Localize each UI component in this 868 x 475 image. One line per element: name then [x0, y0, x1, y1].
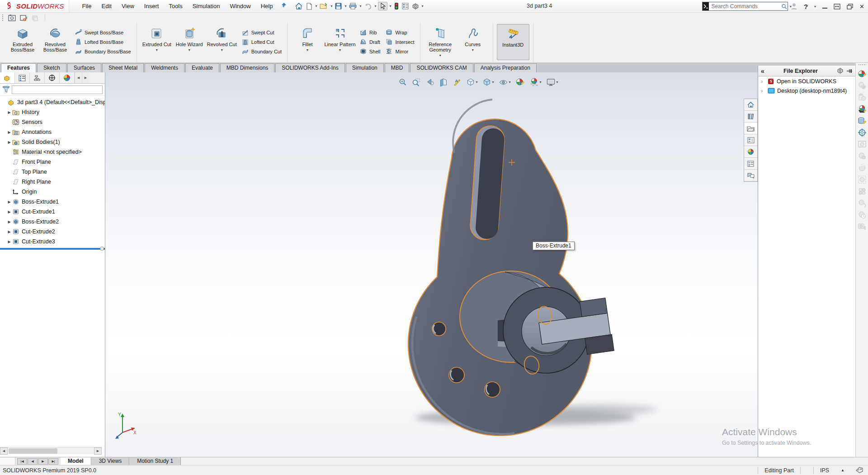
dropdown-caret-icon[interactable]: ▾	[189, 48, 190, 53]
tree-item-sensors[interactable]: Sensors	[0, 117, 105, 127]
instant3d-button[interactable]: Instant3D	[497, 24, 529, 60]
tab-solidworks-addins[interactable]: SOLIDWORKS Add-Ins	[275, 63, 344, 72]
search-input[interactable]	[711, 3, 781, 10]
dropdown-caret-icon[interactable]: ▾	[221, 48, 223, 53]
print-caret-icon[interactable]: ▾	[359, 4, 361, 8]
tab-evaluate[interactable]: Evaluate	[185, 63, 219, 72]
print-button[interactable]	[348, 2, 358, 10]
scroll-right-button[interactable]: ▶	[94, 447, 102, 455]
pane-options-gear-icon[interactable]	[837, 67, 844, 74]
expand-arrow-icon[interactable]: ▶	[6, 110, 12, 114]
tab-solidworks-cam[interactable]: SOLIDWORKS CAM	[410, 63, 473, 72]
tab-analysis-preparation[interactable]: Analysis Preparation	[474, 63, 537, 72]
tree-item-boss-extrude2[interactable]: ▶ Boss-Extrude2	[0, 217, 105, 227]
wrap-button[interactable]: Wrap	[384, 28, 416, 37]
reference-geometry-button[interactable]: Reference Geometry ▾	[424, 24, 457, 60]
extruded-boss-base-button[interactable]: Extruded Boss/Base	[6, 24, 39, 60]
tree-item-cut-extrude3[interactable]: ▶ Cut-Extrude3	[0, 237, 105, 247]
tree-item-right-plane[interactable]: Right Plane	[0, 177, 105, 187]
pin-pane-icon[interactable]	[846, 68, 853, 74]
model-tab[interactable]: Model	[60, 457, 91, 465]
expand-arrow-icon[interactable]: ▶	[6, 130, 12, 134]
menu-window[interactable]: Window	[225, 0, 255, 12]
tree-item-cut-extrude2[interactable]: ▶ Cut-Extrude2	[0, 227, 105, 237]
open-caret-icon[interactable]: ▾	[330, 4, 332, 8]
dropdown-caret-icon[interactable]: ▾	[339, 48, 341, 53]
solidworks-forum-tab[interactable]	[744, 170, 757, 181]
dropdown-caret-icon[interactable]: ▾	[307, 48, 308, 53]
status-tag-button[interactable]	[851, 467, 868, 474]
scrollbar-thumb[interactable]	[9, 448, 57, 454]
options-list-button[interactable]	[401, 2, 410, 10]
image-capture-button[interactable]	[7, 14, 17, 22]
undo-button[interactable]	[363, 2, 373, 10]
rib-button[interactable]: Rib	[358, 28, 382, 37]
undo-caret-icon[interactable]: ▾	[374, 4, 376, 8]
explorer-item-open-in-solidworks[interactable]: › Open in SOLIDWORKS	[758, 76, 855, 86]
next-tab-button[interactable]: ▶	[38, 458, 48, 465]
dropdown-caret-icon[interactable]: ▾	[156, 48, 158, 53]
draft-button[interactable]: Draft	[358, 37, 382, 47]
expand-arrow-icon[interactable]: ▶	[6, 230, 12, 234]
save-caret-icon[interactable]: ▾	[344, 4, 346, 8]
boundary-cut-button[interactable]: Boundary Cut	[240, 47, 283, 56]
dock-window-button[interactable]	[834, 4, 840, 10]
boundary-boss-base-button[interactable]: Boundary Boss/Base	[73, 47, 133, 56]
tree-item-solid-bodies[interactable]: ▶ Solid Bodies(1)	[0, 137, 105, 147]
units-caret-icon[interactable]: ▲	[841, 467, 844, 474]
appearances-scenes-tab[interactable]	[744, 146, 757, 158]
tab-sketch[interactable]: Sketch	[37, 63, 66, 72]
menu-file[interactable]: File	[77, 0, 97, 12]
tab-weldments[interactable]: Weldments	[145, 63, 184, 72]
display-manager-tab[interactable]	[60, 72, 75, 83]
graphics-viewport[interactable]: A ▾ ▾ ▾ ▾ ▾	[105, 72, 758, 457]
tree-item-annotations[interactable]: ▶ A Annotations	[0, 127, 105, 137]
scroll-left-button[interactable]: ◀	[0, 447, 8, 455]
swept-boss-base-button[interactable]: Swept Boss/Base	[73, 28, 133, 37]
help-button[interactable]: ?	[804, 3, 808, 10]
edit-scene-icon[interactable]	[857, 103, 868, 115]
explorer-item-desktop[interactable]: › Desktop (desktop-nm189t4)	[758, 86, 855, 95]
new-document-button[interactable]	[305, 2, 313, 11]
new-caret-icon[interactable]: ▾	[315, 4, 317, 8]
collapse-pane-button[interactable]: «	[761, 67, 764, 75]
units-selector[interactable]: IPS ▲	[813, 467, 851, 474]
intersect-button[interactable]: Intersect	[384, 37, 416, 47]
tree-item-cut-extrude1[interactable]: ▶ Cut-Extrude1	[0, 207, 105, 217]
tab-scroll-right[interactable]: ▶	[82, 72, 89, 83]
dropdown-caret-icon[interactable]: ▾	[472, 48, 474, 53]
tree-horizontal-scrollbar[interactable]: ◀ ▶	[0, 447, 102, 454]
menu-edit[interactable]: Edit	[96, 0, 116, 12]
tree-root-part[interactable]: 3d part3 4 (Default<<Default>_Displa	[0, 97, 105, 107]
tab-sheet-metal[interactable]: Sheet Metal	[102, 63, 144, 72]
curves-button[interactable]: Curves ▾	[457, 24, 489, 60]
3d-views-tab[interactable]: 3D Views	[91, 457, 129, 465]
hole-wizard-button[interactable]: Hole Wizard ▾	[173, 24, 206, 60]
user-account-icon[interactable]	[791, 3, 797, 10]
expand-chevron-icon[interactable]: ›	[761, 87, 765, 94]
edit-appearance-icon[interactable]	[857, 68, 868, 80]
help-caret-icon[interactable]: ▾	[814, 5, 816, 9]
dimxpert-manager-tab[interactable]	[45, 72, 60, 83]
file-explorer-tab[interactable]	[744, 123, 757, 134]
solidworks-resources-tab[interactable]	[744, 99, 757, 111]
property-manager-tab[interactable]	[15, 72, 30, 83]
select-caret-icon[interactable]: ▾	[389, 4, 391, 8]
expand-arrow-icon[interactable]: ▶	[6, 140, 12, 144]
search-icon[interactable]	[781, 3, 788, 10]
tab-scroll-left[interactable]: ◀	[75, 72, 82, 83]
expand-chevron-icon[interactable]: ›	[761, 78, 765, 85]
dropdown-caret-icon[interactable]: ▾	[439, 53, 441, 58]
configuration-manager-tab[interactable]	[30, 72, 45, 83]
custom-properties-tab[interactable]	[744, 158, 757, 170]
minimize-button[interactable]	[822, 4, 827, 9]
extruded-cut-button[interactable]: Extruded Cut ▾	[141, 24, 173, 60]
open-button[interactable]	[319, 2, 329, 10]
tab-surfaces[interactable]: Surfaces	[67, 63, 101, 72]
search-commands-box[interactable]	[702, 2, 788, 11]
pin-menu-icon[interactable]	[280, 2, 287, 10]
tree-item-material[interactable]: Material <not specified>	[0, 147, 105, 157]
tree-item-top-plane[interactable]: Top Plane	[0, 167, 105, 177]
first-tab-button[interactable]: |◀	[17, 458, 27, 465]
tab-mbd-dimensions[interactable]: MBD Dimensions	[220, 63, 275, 72]
